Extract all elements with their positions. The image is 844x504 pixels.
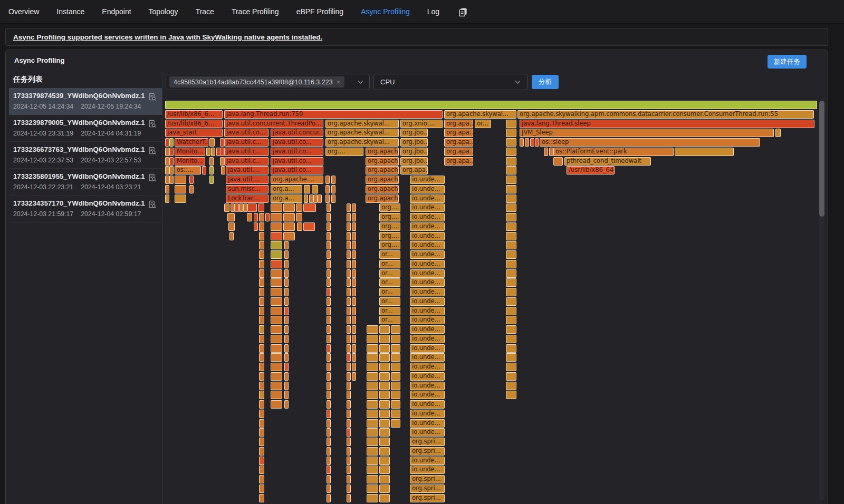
- flame-bar[interactable]: [347, 307, 351, 315]
- nav-item-ebpf-profiling[interactable]: eBPF Profiling: [296, 7, 343, 16]
- flame-bar[interactable]: [347, 372, 351, 381]
- flame-bar[interactable]: [367, 428, 378, 437]
- flame-bar[interactable]: [209, 166, 214, 175]
- flame-bar[interactable]: io.unde...: [410, 185, 445, 193]
- flame-bar[interactable]: io.unde...: [410, 372, 445, 381]
- flame-bar[interactable]: [506, 203, 516, 212]
- flame-bar[interactable]: [327, 475, 331, 483]
- flame-bar[interactable]: [284, 297, 289, 306]
- flame-bar[interactable]: org.apach...: [366, 176, 399, 184]
- flame-bar[interactable]: [506, 195, 516, 203]
- flame-bar[interactable]: [271, 335, 282, 343]
- nav-item-async-profiling[interactable]: Async Profiling: [361, 7, 410, 16]
- flame-bar[interactable]: [506, 120, 516, 128]
- flame-bar[interactable]: [506, 363, 516, 371]
- flame-bar[interactable]: io.unde...: [410, 344, 445, 353]
- flame-bar[interactable]: or...: [379, 307, 400, 315]
- task-log-icon[interactable]: [148, 147, 157, 157]
- flame-bar[interactable]: [259, 484, 264, 493]
- flame-bar[interactable]: [259, 260, 264, 268]
- flame-bar[interactable]: [347, 475, 351, 483]
- flame-bar[interactable]: [259, 213, 264, 221]
- flame-bar[interactable]: Monito...: [175, 148, 205, 156]
- flame-bar[interactable]: [284, 325, 289, 334]
- flame-bar[interactable]: [259, 466, 264, 474]
- flame-bar[interactable]: [227, 213, 235, 221]
- flame-bar[interactable]: [209, 176, 214, 184]
- flame-bar[interactable]: [165, 138, 169, 147]
- flame-bar[interactable]: org....: [379, 203, 400, 212]
- flame-bar[interactable]: [271, 353, 282, 362]
- flame-bar[interactable]: [347, 297, 351, 306]
- flame-bar[interactable]: [259, 344, 264, 353]
- flame-bar[interactable]: [352, 353, 356, 362]
- flame-bar[interactable]: [347, 288, 351, 296]
- flame-bar[interactable]: [347, 419, 351, 428]
- flame-bar[interactable]: [175, 176, 186, 184]
- flame-bar[interactable]: org.xnio....: [400, 120, 443, 128]
- flame-bar[interactable]: io.unde...: [410, 466, 445, 474]
- flame-bar[interactable]: [327, 335, 331, 343]
- flame-bar[interactable]: [327, 250, 331, 259]
- flame-bar[interactable]: [327, 428, 331, 437]
- flame-bar[interactable]: java.util.co...: [271, 166, 323, 175]
- flame-bar[interactable]: [303, 222, 315, 231]
- flame-bar[interactable]: [327, 484, 331, 493]
- flame-bar[interactable]: org.jbo...: [400, 148, 428, 156]
- flame-bar[interactable]: [367, 382, 378, 390]
- flame-bar[interactable]: [327, 307, 331, 315]
- flame-bar[interactable]: [506, 260, 516, 268]
- flame-bar[interactable]: org.apach...: [366, 195, 399, 203]
- flame-bar[interactable]: [229, 232, 234, 240]
- task-log-icon[interactable]: [148, 120, 157, 130]
- flame-bar[interactable]: [165, 185, 169, 193]
- flame-bar[interactable]: org.jbo...: [400, 157, 428, 166]
- flame-bar[interactable]: [304, 185, 310, 193]
- flame-bar[interactable]: [391, 325, 400, 334]
- flame-bar[interactable]: [296, 213, 302, 221]
- flame-bar[interactable]: org.spri...: [410, 438, 445, 446]
- flame-bar[interactable]: [259, 372, 264, 381]
- flame-bar[interactable]: [259, 363, 264, 371]
- nav-item-instance[interactable]: Instance: [56, 7, 84, 16]
- flame-bar[interactable]: [221, 166, 225, 175]
- flame-bar[interactable]: [259, 278, 264, 287]
- flame-bar[interactable]: org.apache....: [271, 176, 323, 184]
- flame-bar[interactable]: [271, 260, 282, 268]
- flame-bar[interactable]: [327, 344, 331, 353]
- flame-bar[interactable]: [265, 213, 270, 221]
- flame-bar[interactable]: [506, 278, 516, 287]
- flame-bar[interactable]: [327, 325, 331, 334]
- flame-bar[interactable]: [675, 148, 734, 156]
- flame-bar[interactable]: [211, 148, 215, 156]
- flame-bar[interactable]: [169, 176, 174, 184]
- flame-bar[interactable]: pthread_cond_timedwait: [564, 157, 651, 166]
- flame-bar[interactable]: [775, 129, 781, 137]
- flame-bar[interactable]: [254, 222, 258, 231]
- flame-bar[interactable]: org.a...: [271, 185, 302, 193]
- flame-bar[interactable]: [327, 457, 331, 465]
- flame-bar[interactable]: [367, 447, 378, 455]
- flame-bar[interactable]: or...: [379, 297, 400, 306]
- flame-bar[interactable]: [327, 260, 331, 268]
- flame-bar[interactable]: [271, 344, 282, 353]
- flame-bar[interactable]: [283, 222, 295, 231]
- flame-bar[interactable]: org.apache.skywal...: [325, 138, 399, 147]
- flame-bar[interactable]: [318, 195, 322, 203]
- flame-bar[interactable]: /usr/lib/x86_6...: [165, 110, 223, 119]
- flame-bar[interactable]: os::sleep: [540, 138, 760, 147]
- flame-bar[interactable]: [367, 335, 378, 343]
- flame-bar[interactable]: [352, 260, 356, 268]
- flame-bar[interactable]: io.unde...: [410, 316, 445, 324]
- flame-bar[interactable]: [379, 466, 390, 474]
- flame-bar[interactable]: java.util.concurrent.ThreadPo...: [224, 120, 323, 128]
- flame-bar[interactable]: io.unde...: [410, 213, 445, 221]
- flame-bar[interactable]: [259, 494, 264, 502]
- flame-bar[interactable]: [367, 400, 378, 409]
- flame-bar[interactable]: [391, 372, 400, 381]
- banner-link[interactable]: Async Profiling supported services writt…: [13, 33, 322, 41]
- flame-bar[interactable]: io.unde...: [410, 457, 445, 465]
- flame-bar[interactable]: [347, 316, 351, 324]
- flame-bar[interactable]: [352, 363, 356, 371]
- flame-bar[interactable]: or...: [379, 250, 400, 259]
